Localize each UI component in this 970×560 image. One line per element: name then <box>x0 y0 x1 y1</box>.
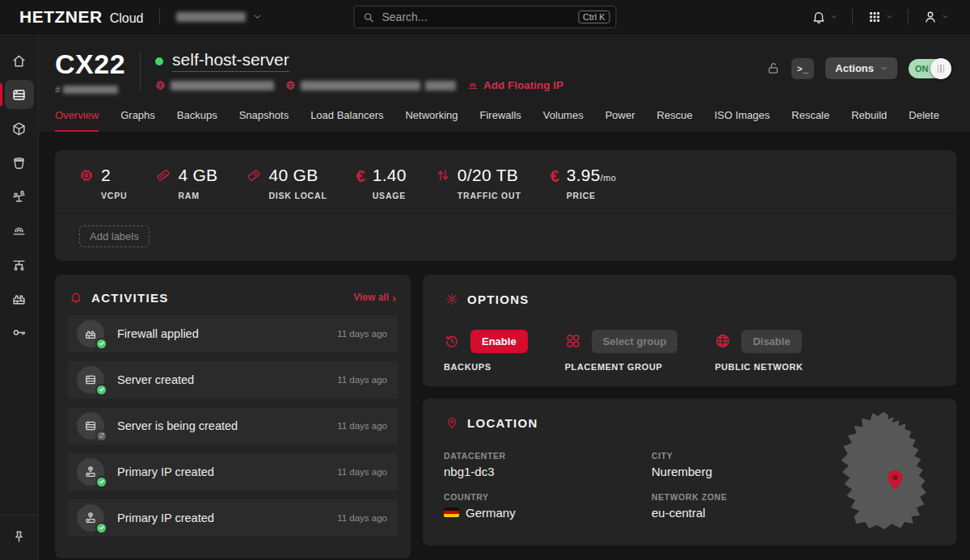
lock-open-icon-button[interactable] <box>766 61 780 75</box>
notifications-menu[interactable] <box>810 10 839 24</box>
options-list: Enable BACKUPS Select group PLACE <box>444 330 935 372</box>
placement-group-icon <box>565 333 581 349</box>
redacted-server-id <box>63 86 118 94</box>
divider <box>852 9 853 25</box>
sidebar-item[interactable] <box>0 112 39 145</box>
search-input[interactable] <box>382 11 579 23</box>
tab[interactable]: Volumes <box>543 109 584 132</box>
option-button[interactable]: Disable <box>741 330 801 353</box>
chevron-right-icon: › <box>392 292 396 304</box>
tab[interactable]: Networking <box>405 109 458 132</box>
sidebar-item[interactable] <box>0 44 39 78</box>
tab[interactable]: Rebuild <box>851 109 887 132</box>
brand-logo[interactable]: HETZNER Cloud <box>19 7 143 27</box>
search-box[interactable]: Ctrl K <box>354 6 617 28</box>
add-floating-ip-link[interactable]: Add Floating IP <box>467 79 563 91</box>
firewalls-icon <box>5 284 34 313</box>
stat: 0/20 TB TRAFFIC OUT <box>436 166 521 200</box>
sidebar-item[interactable] <box>0 315 39 349</box>
option-group: Enable BACKUPS <box>444 330 528 372</box>
main-area: CX22 # self-host-server <box>39 34 970 560</box>
tab[interactable]: Graphs <box>120 109 155 132</box>
stat-label: RAM <box>178 191 217 200</box>
server-id-prefix: # <box>55 84 61 95</box>
options-card: OPTIONS Enable BACKUPS <box>423 275 956 386</box>
tab[interactable]: Snapshots <box>239 109 289 132</box>
tab[interactable]: ISO Images <box>715 109 770 132</box>
server-name-editable[interactable]: self-host-server <box>172 50 289 72</box>
option-button[interactable]: Enable <box>470 330 528 353</box>
location-field: NETWORK ZONE eu-central <box>652 492 846 520</box>
sidebar-item[interactable] <box>0 179 39 213</box>
tab[interactable]: Rescue <box>657 109 693 132</box>
tab[interactable]: Delete <box>909 109 939 132</box>
stat-suffix: /mo <box>601 173 616 183</box>
check-icon <box>95 522 108 534</box>
search-shortcut-badge: Ctrl K <box>578 11 610 23</box>
globe-icon <box>285 80 296 91</box>
server-page-header: CX22 # self-host-server <box>39 34 970 132</box>
ipv6-address[interactable] <box>285 80 456 91</box>
stat: 2 VCPU <box>79 166 127 200</box>
activity-list: Firewall applied 11 days ago Server crea… <box>68 315 398 537</box>
activity-row[interactable]: Server created 11 days ago <box>68 361 398 398</box>
activity-row[interactable]: Primary IP created 11 days ago <box>68 499 398 537</box>
field-label: DATACENTER <box>444 451 635 461</box>
sidebar-footer <box>0 515 39 560</box>
apps-menu[interactable] <box>866 10 895 24</box>
option-group: Disable PUBLIC NETWORK <box>715 330 803 372</box>
activity-avatar <box>77 412 104 440</box>
stat-label: VCPU <box>101 191 127 200</box>
user-icon <box>923 10 938 24</box>
stat-label: TRAFFIC OUT <box>458 191 521 200</box>
add-labels-button[interactable]: Add labels <box>79 225 150 247</box>
activity-row[interactable]: Firewall applied 11 days ago <box>68 315 398 352</box>
sidebar <box>0 34 39 560</box>
power-state-label: ON <box>915 64 929 74</box>
tab[interactable]: Firewalls <box>480 109 521 132</box>
sync-icon <box>95 430 108 442</box>
euro-icon: € <box>356 168 365 200</box>
tab[interactable]: Power <box>605 109 635 132</box>
ipv4-address[interactable] <box>155 80 274 91</box>
option-button[interactable]: Select group <box>592 330 678 353</box>
power-toggle[interactable]: ON <box>909 59 949 78</box>
actions-label: Actions <box>835 62 874 74</box>
sidebar-item[interactable] <box>0 145 39 179</box>
chevron-down-icon <box>942 13 949 20</box>
location-field: CITY Nuremberg <box>652 451 846 478</box>
sidebar-item[interactable] <box>0 281 39 315</box>
sidebar-pin-toggle[interactable] <box>0 520 39 554</box>
lock-open-icon <box>766 61 780 75</box>
activity-row[interactable]: Primary IP created 11 days ago <box>68 453 398 491</box>
tab[interactable]: Overview <box>55 109 99 132</box>
console-button[interactable]: >_ <box>791 58 814 79</box>
traffic-icon <box>436 168 450 200</box>
activity-text: Primary IP created <box>117 512 214 524</box>
sidebar-item[interactable] <box>0 78 39 112</box>
sidebar-item[interactable] <box>0 247 39 281</box>
globe-icon <box>715 333 731 349</box>
actions-dropdown-button[interactable]: Actions <box>825 57 897 79</box>
view-all-link[interactable]: View all › <box>353 292 396 304</box>
grid-icon <box>867 10 882 24</box>
status-dot-running <box>155 57 163 65</box>
field-value: eu-central <box>652 506 846 520</box>
tab[interactable]: Backups <box>177 109 217 132</box>
networks-icon <box>5 250 34 279</box>
labels-section: Add labels <box>55 213 956 261</box>
sidebar-item[interactable] <box>0 213 39 247</box>
stat-value: 2 <box>101 166 111 184</box>
tab[interactable]: Load Balancers <box>310 109 383 132</box>
tab[interactable]: Rescale <box>791 109 829 132</box>
field-value: nbg1-dc3 <box>444 465 635 478</box>
floating-ip-icon <box>5 216 34 245</box>
toggle-knob[interactable] <box>930 58 951 79</box>
project-selector[interactable] <box>176 12 262 22</box>
divider <box>908 9 909 25</box>
user-menu[interactable] <box>922 10 951 24</box>
chevron-down-icon <box>830 13 837 20</box>
activity-row[interactable]: Server is being created 11 days ago <box>68 407 398 444</box>
activity-text: Server created <box>117 373 194 386</box>
activity-avatar <box>77 366 104 394</box>
